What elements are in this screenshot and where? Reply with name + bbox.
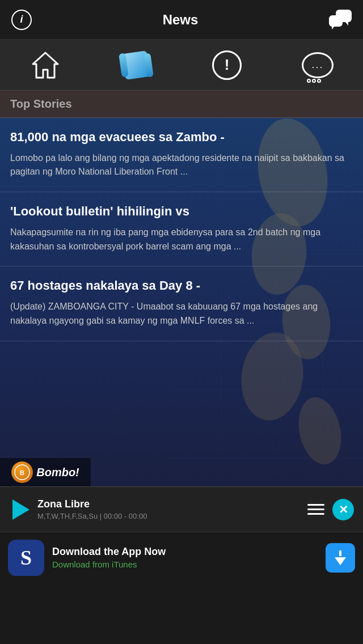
player-info: Zona Libre M,T,W,TH,F,Sa,Su | 00:00 - 00… xyxy=(37,498,299,520)
menu-line-1 xyxy=(307,504,324,506)
news-item-2[interactable]: 'Lookout bulletin' hihilingin vs Nakapag… xyxy=(0,192,363,266)
player-schedule: M,T,W,TH,F,Sa,Su | 00:00 - 00:00 xyxy=(37,512,299,520)
app-icon: S xyxy=(8,540,44,576)
scroll-news-icon xyxy=(118,50,154,80)
bombo-text: Bombo! xyxy=(36,466,79,479)
download-main-text: Download the App Now xyxy=(52,546,318,558)
chat-icon[interactable] xyxy=(329,10,352,30)
top-stories-bar: Top Stories xyxy=(0,91,363,118)
nav-thought[interactable] xyxy=(295,45,340,85)
news-list: 81,000 na mga evacuees sa Zambo - Lomobo… xyxy=(0,118,363,341)
alert-icon: ! xyxy=(212,50,242,80)
news-title-2: 'Lookout bulletin' hihilingin vs xyxy=(10,204,353,220)
menu-line-2 xyxy=(307,509,324,510)
player-title: Zona Libre xyxy=(37,498,299,510)
news-title-3: 67 hostages nakalaya sa Day 8 - xyxy=(10,278,353,294)
news-item-1[interactable]: 81,000 na mga evacuees sa Zambo - Lomobo… xyxy=(0,118,363,192)
nav-news[interactable] xyxy=(113,45,159,85)
chat-bubble-2 xyxy=(329,15,343,27)
top-stories-label: Top Stories xyxy=(10,98,72,110)
player-bar: Zona Libre M,T,W,TH,F,Sa,Su | 00:00 - 00… xyxy=(0,486,363,532)
navbar: ! xyxy=(0,40,363,91)
bombo-logo: B Bombo! xyxy=(0,458,91,486)
header: i News xyxy=(0,0,363,40)
app-icon-letter: S xyxy=(20,546,32,570)
nav-alert[interactable]: ! xyxy=(204,45,250,85)
download-text: Download the App Now Download from iTune… xyxy=(52,546,318,569)
home-icon xyxy=(31,50,60,80)
info-icon[interactable]: i xyxy=(11,10,32,30)
nav-home[interactable] xyxy=(23,45,68,85)
bombo-circle-icon: B xyxy=(11,461,33,483)
download-sub-text: Download from iTunes xyxy=(52,560,318,569)
download-button[interactable] xyxy=(326,543,355,573)
svg-text:B: B xyxy=(20,469,24,476)
download-icon xyxy=(335,550,346,565)
thought-bubble-icon xyxy=(302,52,334,78)
menu-line-3 xyxy=(307,513,324,515)
news-excerpt-1: Lomobo pa lalo ang bilang ng mga apektad… xyxy=(10,151,353,180)
news-excerpt-2: Nakapagsumite na rin ng iba pang mga ebi… xyxy=(10,226,353,254)
header-title: News xyxy=(32,12,329,28)
news-container: 81,000 na mga evacuees sa Zambo - Lomobo… xyxy=(0,118,363,486)
play-button[interactable] xyxy=(12,499,29,520)
svg-point-8 xyxy=(293,393,347,468)
close-button[interactable]: ✕ xyxy=(332,499,354,520)
news-title-1: 81,000 na mga evacuees sa Zambo - xyxy=(10,129,353,146)
svg-marker-0 xyxy=(33,53,58,78)
news-excerpt-3: (Update) ZAMBOANGA CITY - Umaabot sa kab… xyxy=(10,300,353,328)
download-banner[interactable]: S Download the App Now Download from iTu… xyxy=(0,532,363,583)
menu-icon[interactable] xyxy=(307,504,324,515)
news-item-3[interactable]: 67 hostages nakalaya sa Day 8 - (Update)… xyxy=(0,266,363,341)
